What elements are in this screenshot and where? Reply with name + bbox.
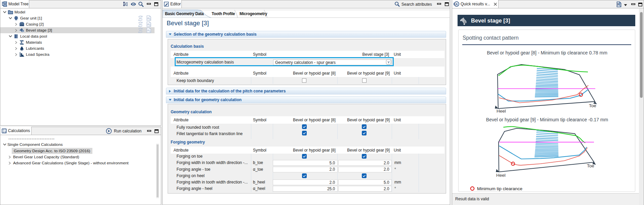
svg-text:Toe: Toe	[587, 163, 594, 168]
svg-text:Heel: Heel	[496, 173, 506, 178]
svg-text:R: R	[147, 29, 149, 32]
svg-text:Toe: Toe	[589, 103, 596, 108]
svg-text:3D: 3D	[139, 29, 142, 32]
svg-text:R: R	[147, 23, 149, 26]
svg-text:Heel: Heel	[497, 109, 506, 114]
svg-text:R: R	[147, 17, 149, 20]
svg-text:3D: 3D	[139, 17, 142, 20]
svg-text:R: R	[456, 2, 458, 6]
svg-text:3D: 3D	[139, 23, 142, 26]
